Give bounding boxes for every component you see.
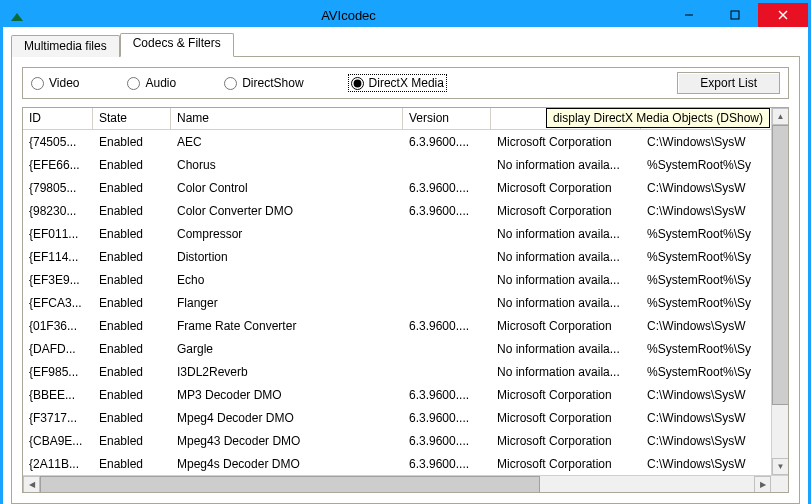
horizontal-scroll-track[interactable] <box>40 476 754 492</box>
cell-company: No information availa... <box>491 294 641 312</box>
scroll-right-button[interactable]: ▶ <box>754 476 771 493</box>
table-row[interactable]: {01F36...EnabledFrame Rate Converter6.3.… <box>23 314 788 337</box>
cell-name: Echo <box>171 271 403 289</box>
radio-directx-media-input[interactable] <box>351 77 364 90</box>
table-row[interactable]: {EF011...EnabledCompressorNo information… <box>23 222 788 245</box>
minimize-button[interactable] <box>666 3 712 27</box>
radio-directx-media-label: DirectX Media <box>369 76 444 90</box>
cell-company: Microsoft Corporation <box>491 179 641 197</box>
scroll-left-button[interactable]: ◀ <box>23 476 40 493</box>
close-button[interactable] <box>758 3 808 27</box>
cell-state: Enabled <box>93 455 171 473</box>
table-row[interactable]: {DAFD...EnabledGargleNo information avai… <box>23 337 788 360</box>
cell-company: Microsoft Corporation <box>491 317 641 335</box>
column-version[interactable]: Version <box>403 108 491 129</box>
cell-name: Color Converter DMO <box>171 202 403 220</box>
cell-name: Frame Rate Converter <box>171 317 403 335</box>
table-row[interactable]: {BBEE...EnabledMP3 Decoder DMO6.3.9600..… <box>23 383 788 406</box>
radio-directx-media[interactable]: DirectX Media <box>349 75 446 91</box>
cell-version <box>403 370 491 374</box>
radio-directshow[interactable]: DirectShow <box>224 75 303 91</box>
vertical-scroll-thumb[interactable] <box>772 125 789 405</box>
cell-state: Enabled <box>93 248 171 266</box>
cell-version <box>403 347 491 351</box>
cell-state: Enabled <box>93 271 171 289</box>
titlebar[interactable]: AVIcodec <box>3 3 808 27</box>
radio-directshow-label: DirectShow <box>242 76 303 90</box>
cell-name: AEC <box>171 133 403 151</box>
horizontal-scroll-thumb[interactable] <box>40 476 540 493</box>
table-row[interactable]: {79805...EnabledColor Control6.3.9600...… <box>23 176 788 199</box>
column-id[interactable]: ID <box>23 108 93 129</box>
cell-company: No information availa... <box>491 271 641 289</box>
table-body[interactable]: {74505...EnabledAEC6.3.9600....Microsoft… <box>23 130 788 475</box>
cell-version: 6.3.9600.... <box>403 202 491 220</box>
cell-id: {79805... <box>23 179 93 197</box>
table-row[interactable]: {74505...EnabledAEC6.3.9600....Microsoft… <box>23 130 788 153</box>
cell-id: {CBA9E... <box>23 432 93 450</box>
table-row[interactable]: {EF114...EnabledDistortionNo information… <box>23 245 788 268</box>
table-row[interactable]: {EFE66...EnabledChorusNo information ava… <box>23 153 788 176</box>
cell-name: Chorus <box>171 156 403 174</box>
table-row[interactable]: {EF985...EnabledI3DL2ReverbNo informatio… <box>23 360 788 383</box>
radio-video[interactable]: Video <box>31 75 79 91</box>
cell-version <box>403 255 491 259</box>
table-row[interactable]: {2A11B...EnabledMpeg4s Decoder DMO6.3.96… <box>23 452 788 475</box>
cell-state: Enabled <box>93 386 171 404</box>
cell-name: Flanger <box>171 294 403 312</box>
scroll-down-button[interactable]: ▼ <box>772 458 789 475</box>
cell-state: Enabled <box>93 432 171 450</box>
radio-directshow-input[interactable] <box>224 77 237 90</box>
tab-codecs-filters[interactable]: Codecs & Filters <box>120 33 234 57</box>
tab-bar: Multimedia files Codecs & Filters <box>11 33 800 57</box>
table-row[interactable]: {98230...EnabledColor Converter DMO6.3.9… <box>23 199 788 222</box>
table-row[interactable]: {F3717...EnabledMpeg4 Decoder DMO6.3.960… <box>23 406 788 429</box>
svg-rect-1 <box>13 19 21 21</box>
table-row[interactable]: {EFCA3...EnabledFlangerNo information av… <box>23 291 788 314</box>
table-row[interactable]: {CBA9E...EnabledMpeg43 Decoder DMO6.3.96… <box>23 429 788 452</box>
cell-company: Microsoft Corporation <box>491 202 641 220</box>
horizontal-scrollbar[interactable]: ◀ ▶ <box>23 475 788 492</box>
cell-state: Enabled <box>93 317 171 335</box>
cell-path: C:\Windows\SysW <box>641 202 788 220</box>
cell-name: Distortion <box>171 248 403 266</box>
cell-id: {EF985... <box>23 363 93 381</box>
cell-path: C:\Windows\SysW <box>641 409 788 427</box>
cell-version: 6.3.9600.... <box>403 133 491 151</box>
cell-state: Enabled <box>93 409 171 427</box>
cell-company: Microsoft Corporation <box>491 409 641 427</box>
cell-path: C:\Windows\SysW <box>641 179 788 197</box>
cell-name: MP3 Decoder DMO <box>171 386 403 404</box>
maximize-button[interactable] <box>712 3 758 27</box>
cell-path: C:\Windows\SysW <box>641 455 788 473</box>
radio-audio-label: Audio <box>145 76 176 90</box>
cell-state: Enabled <box>93 179 171 197</box>
cell-path: %SystemRoot%\Sy <box>641 363 788 381</box>
cell-id: {01F36... <box>23 317 93 335</box>
cell-version: 6.3.9600.... <box>403 432 491 450</box>
column-state[interactable]: State <box>93 108 171 129</box>
cell-name: Mpeg4s Decoder DMO <box>171 455 403 473</box>
cell-version <box>403 163 491 167</box>
scroll-up-button[interactable]: ▲ <box>772 108 789 125</box>
cell-company: Microsoft Corporation <box>491 432 641 450</box>
cell-id: {EFE66... <box>23 156 93 174</box>
cell-version <box>403 301 491 305</box>
cell-path: %SystemRoot%\Sy <box>641 294 788 312</box>
cell-company: Microsoft Corporation <box>491 133 641 151</box>
cell-path: %SystemRoot%\Sy <box>641 225 788 243</box>
vertical-scrollbar[interactable]: ▲ ▼ <box>771 108 788 475</box>
column-name[interactable]: Name <box>171 108 403 129</box>
table-row[interactable]: {EF3E9...EnabledEchoNo information avail… <box>23 268 788 291</box>
cell-state: Enabled <box>93 363 171 381</box>
cell-path: %SystemRoot%\Sy <box>641 271 788 289</box>
radio-video-label: Video <box>49 76 79 90</box>
radio-audio-input[interactable] <box>127 77 140 90</box>
radio-video-input[interactable] <box>31 77 44 90</box>
export-list-button[interactable]: Export List <box>677 72 780 94</box>
window-title: AVIcodec <box>31 8 666 23</box>
cell-name: Gargle <box>171 340 403 358</box>
tab-multimedia-files[interactable]: Multimedia files <box>11 35 120 57</box>
radio-audio[interactable]: Audio <box>127 75 176 91</box>
cell-state: Enabled <box>93 202 171 220</box>
